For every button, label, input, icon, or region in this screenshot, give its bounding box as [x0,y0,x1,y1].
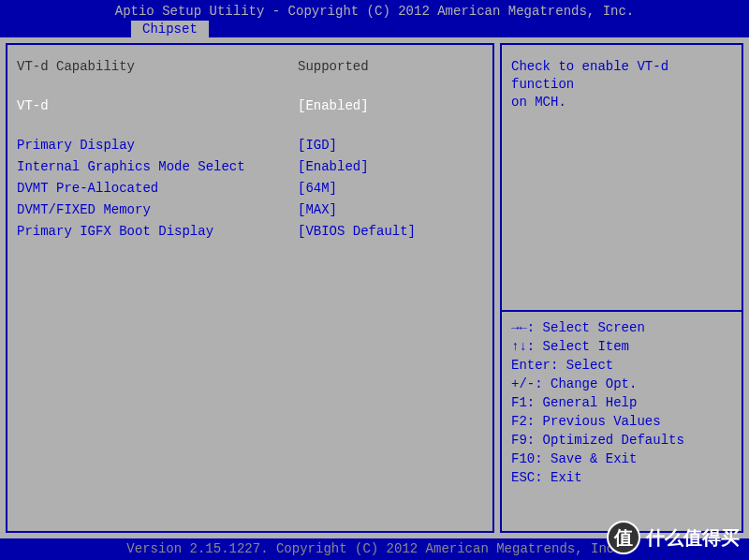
header-title: Aptio Setup Utility - Copyright (C) 2012… [0,4,749,19]
info-label: VT-d Capability [17,58,298,76]
watermark: 值 什么值得买 [607,521,740,554]
setting-label: VT-d [17,97,298,115]
setting-value: [Enabled] [298,97,483,115]
setting-row[interactable]: Primary Display [IGD] [17,137,483,155]
key-hint: F10: Save & Exit [511,450,732,468]
info-value: Supported [298,58,483,76]
key-hint: ESC: Exit [511,469,732,487]
menu-tabs: Chipset [0,21,749,37]
key-hint: F2: Previous Values [511,413,732,431]
setting-value: [IGD] [298,137,483,155]
help-line: on MCH. [511,94,732,111]
help-text: Check to enable VT-d function on MCH. [511,58,732,111]
help-line: Check to enable VT-d function [511,58,732,94]
setting-label: DVMT Pre-Allocated [17,180,298,198]
setting-row[interactable]: DVMT Pre-Allocated [64M] [17,180,483,198]
selected-setting-row[interactable]: VT-d [Enabled] [17,97,483,115]
tab-chipset[interactable]: Chipset [131,21,209,37]
key-hint: ↑↓: Select Item [511,338,732,356]
setting-value: [Enabled] [298,158,483,176]
watermark-icon: 值 [607,521,640,554]
setting-row[interactable]: Primary IGFX Boot Display [VBIOS Default… [17,223,483,241]
settings-panel: VT-d Capability Supported VT-d [Enabled]… [6,43,494,533]
key-hint: Enter: Select [511,357,732,375]
setting-label: Primary IGFX Boot Display [17,223,298,241]
setting-value: [MAX] [298,201,483,219]
setting-row[interactable]: Internal Graphics Mode Select [Enabled] [17,158,483,176]
setting-label: Primary Display [17,137,298,155]
footer-text: Version 2.15.1227. Copyright (C) 2012 Am… [126,541,622,556]
setting-label: Internal Graphics Mode Select [17,158,298,176]
help-panel: Check to enable VT-d function on MCH. →←… [500,43,743,533]
key-hint: F9: Optimized Defaults [511,432,732,449]
help-divider [502,310,742,312]
watermark-text: 什么值得买 [646,525,740,551]
setting-row[interactable]: DVMT/FIXED Memory [MAX] [17,201,483,219]
setting-value: [VBIOS Default] [298,223,483,241]
setting-label: DVMT/FIXED Memory [17,201,298,219]
key-hints: →←: Select Screen ↑↓: Select Item Enter:… [511,319,732,488]
key-hint: +/-: Change Opt. [511,376,732,393]
main-content: VT-d Capability Supported VT-d [Enabled]… [0,37,749,538]
bios-header: Aptio Setup Utility - Copyright (C) 2012… [0,0,749,37]
key-hint: F1: General Help [511,394,732,412]
setting-value: [64M] [298,180,483,198]
key-hint: →←: Select Screen [511,319,732,337]
info-row: VT-d Capability Supported [17,58,483,76]
